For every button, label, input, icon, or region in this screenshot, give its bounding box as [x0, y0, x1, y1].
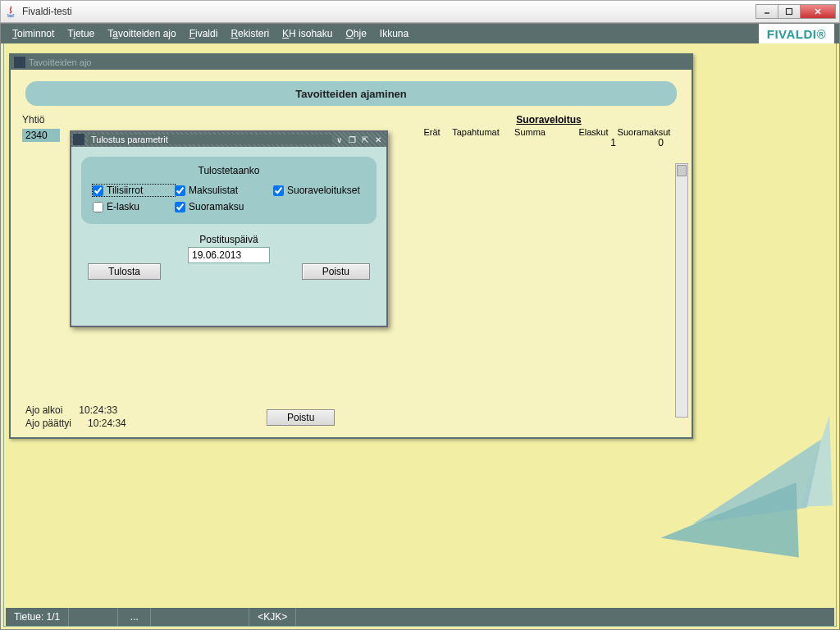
checkbox-elasku[interactable]: E-lasku: [93, 201, 175, 212]
window-icon: [14, 57, 25, 68]
status-user: <KJK>: [249, 608, 296, 626]
yhtio-value[interactable]: 2340: [22, 129, 60, 142]
brand-logo: FIVALDI®: [759, 24, 834, 43]
postituspaiva-input[interactable]: [188, 247, 270, 263]
dialog-poistu-button[interactable]: Poistu: [302, 263, 370, 280]
statusbar: Tietue: 1/1 ... <KJK>: [6, 608, 834, 626]
window-controls: [756, 4, 836, 19]
dialog-panel: Tulostetaanko Tilisiirrot Maksulistat Su…: [81, 157, 377, 224]
checkbox-tilisiirrot[interactable]: Tilisiirrot: [93, 185, 175, 196]
maximize-button[interactable]: [778, 4, 801, 19]
dialog-max-icon[interactable]: ❐: [345, 134, 358, 145]
close-button[interactable]: [800, 4, 836, 19]
status-dots[interactable]: ...: [118, 608, 151, 626]
tulosta-button[interactable]: Tulosta: [88, 263, 161, 280]
status-cell: [296, 608, 834, 626]
menu-tietue[interactable]: Tietue: [61, 24, 101, 43]
run-times: Ajo alkoi10:24:33 Ajo päättyi10:24:34: [25, 403, 126, 429]
app-frame: Toiminnot Tietue Tavoitteiden ajo Fivald…: [0, 23, 840, 630]
checkbox-maksulistat[interactable]: Maksulistat: [175, 185, 273, 196]
poistu-button[interactable]: Poistu: [267, 409, 335, 426]
menubar: Toiminnot Tietue Tavoitteiden ajo Fivald…: [1, 24, 839, 43]
panel-title: Tulostetaanko: [93, 165, 365, 176]
dialog-min-icon[interactable]: ∨: [332, 134, 345, 145]
os-titlebar: Fivaldi-testi: [0, 0, 840, 23]
menu-fivaldi[interactable]: Fivaldi: [183, 24, 225, 43]
dialog-titlebar[interactable]: Tulostus parametrit ∨ ❐ ⇱ ✕: [71, 132, 386, 147]
suoraveloitus-title: Suoraveloitus: [418, 114, 680, 126]
window-icon: [73, 134, 84, 145]
status-cell: [151, 608, 249, 626]
mdi-titlebar[interactable]: Tavoitteiden ajo: [11, 55, 692, 70]
menu-kh-isohaku[interactable]: KH isohaku: [276, 24, 339, 43]
page-header: Tavoitteiden ajaminen: [25, 81, 677, 106]
svg-rect-1: [787, 9, 792, 15]
java-icon: [4, 5, 17, 18]
dialog-close-icon[interactable]: ✕: [372, 134, 385, 145]
menu-ikkuna[interactable]: Ikkuna: [373, 24, 415, 43]
dialog-tulostus-parametrit: Tulostus parametrit ∨ ❐ ⇱ ✕ Tulostetaank…: [70, 130, 388, 327]
minimize-button[interactable]: [756, 4, 778, 19]
yhtio-label: Yhtiö: [22, 114, 71, 126]
suoraveloitus-row: 1 0: [418, 137, 680, 148]
dialog-title-text: Tulostus parametrit: [88, 135, 332, 144]
menu-rekisteri[interactable]: Rekisteri: [224, 24, 276, 43]
vertical-scrollbar[interactable]: [675, 163, 688, 418]
dialog-restore-icon[interactable]: ⇱: [358, 134, 372, 145]
suoraveloitus-headers: Erät Tapahtumat Summa Elaskut Suoramaksu…: [418, 127, 680, 137]
status-tietue: Tietue: 1/1: [6, 608, 69, 626]
mdi-title-text: Tavoitteiden ajo: [29, 57, 91, 67]
menu-ohje[interactable]: Ohje: [339, 24, 372, 43]
window-title: Fivaldi-testi: [22, 6, 756, 17]
checkbox-suoraveloitukset[interactable]: Suoraveloitukset: [273, 185, 380, 196]
checkbox-suoramaksu[interactable]: Suoramaksu: [175, 201, 273, 212]
menu-tavoitteiden-ajo[interactable]: Tavoitteiden ajo: [101, 24, 182, 43]
menu-toiminnot[interactable]: Toiminnot: [6, 24, 61, 43]
status-cell: [69, 608, 118, 626]
postituspaiva-label: Postituspäivä: [71, 234, 386, 245]
